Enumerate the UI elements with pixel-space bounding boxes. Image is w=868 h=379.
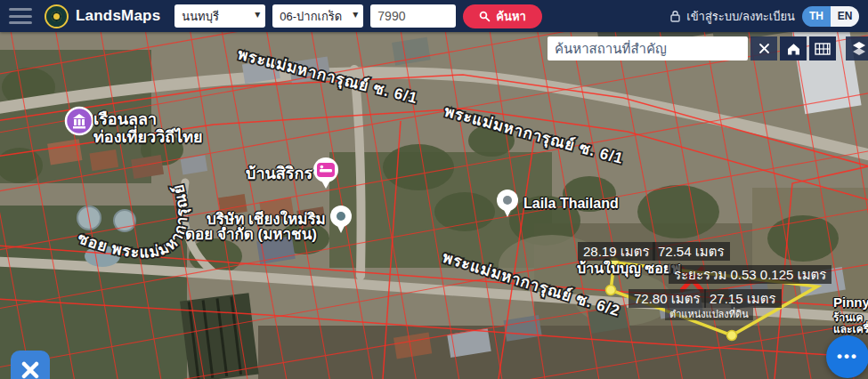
- layers-icon: [851, 41, 867, 56]
- grid-button[interactable]: [809, 36, 836, 60]
- poi-label-laila: Laila Thailand: [523, 196, 619, 212]
- app-header: LandsMaps นนทบุรี 06-ปากเกร็ด ค้นหา: [0, 0, 868, 32]
- menu-icon[interactable]: [9, 8, 32, 24]
- place-dot-icon: [503, 196, 512, 205]
- map-toolbar: [548, 36, 868, 60]
- measurement-label-top1: 28.19 เมตร: [578, 242, 655, 261]
- login-link[interactable]: เข้าสู่ระบบ/ลงทะเบียน: [669, 7, 795, 26]
- clear-search-button[interactable]: [750, 36, 777, 60]
- app-logo: [45, 4, 69, 28]
- poi-label-ruen-lala-2: ท่องเที่ยววิถีไทย: [93, 124, 203, 149]
- measurement-label-bottom1: 72.80 เมตร: [629, 289, 706, 308]
- layers-button[interactable]: [846, 36, 868, 60]
- district-select[interactable]: 06-ปากเกร็ด: [272, 4, 363, 28]
- parcel-location-label: ตำแหน่งแปลงที่ดิน: [665, 308, 753, 320]
- more-actions-fab[interactable]: •••: [826, 335, 868, 378]
- parcel-vertex-dot: [727, 331, 737, 341]
- province-select[interactable]: นนทบุรี: [174, 4, 265, 28]
- place-dot-icon: [337, 212, 345, 221]
- parcel-vertex-dot: [606, 286, 616, 295]
- lang-en-button[interactable]: EN: [831, 6, 859, 27]
- home-button[interactable]: [780, 36, 807, 60]
- more-dots: •••: [837, 348, 858, 366]
- poi-pin-museum[interactable]: [64, 106, 94, 140]
- search-icon: [479, 11, 491, 22]
- map-search-input[interactable]: [548, 36, 748, 60]
- province-select-wrap: นนทบุรี: [174, 4, 265, 28]
- close-icon: [758, 43, 770, 54]
- poi-label-baan-sirikorn: บ้านสิริกร: [246, 160, 312, 186]
- map-canvas[interactable]: พระแม่มหาการุณย์ ซ. 6/1 พระแม่มหาการุณย์…: [0, 32, 868, 379]
- grid-icon: [815, 43, 831, 55]
- lang-th-button[interactable]: TH: [802, 6, 831, 27]
- poi-pin-laila[interactable]: [495, 189, 520, 222]
- landsmaps-app: LandsMaps นนทบุรี 06-ปากเกร็ด ค้นหา: [0, 0, 868, 379]
- measurement-label-top2: 72.54 เมตร: [653, 242, 730, 261]
- login-label: เข้าสู่ระบบ/ลงทะเบียน: [686, 7, 795, 26]
- app-title: LandsMaps: [76, 7, 160, 25]
- header-right: เข้าสู่ระบบ/ลงทะเบียน TH EN: [669, 6, 859, 27]
- measure-tools-button[interactable]: [11, 351, 50, 379]
- poi-pin-lodging[interactable]: [312, 157, 340, 194]
- parcel-number-input[interactable]: [370, 4, 456, 28]
- home-icon: [786, 42, 801, 56]
- measurement-label-total: ระยะรวม 0.53 0.125 เมตร: [669, 265, 831, 284]
- poi-label-pinny-1: Pinny: [833, 294, 868, 310]
- search-button[interactable]: ค้นหา: [463, 4, 541, 28]
- poi-label-company-2: ดอย จำกัด (มหาชน): [185, 222, 317, 246]
- measurement-label-bottom2: 27.15 เมตร: [704, 289, 782, 308]
- poi-pin-company[interactable]: [329, 205, 353, 238]
- lock-icon: [669, 10, 681, 22]
- district-select-wrap: 06-ปากเกร็ด: [272, 4, 363, 28]
- search-button-label: ค้นหา: [496, 7, 525, 26]
- logo-emblem: [52, 12, 61, 21]
- poi-label-pinny-3: และเครื่: [833, 320, 868, 337]
- satellite-basemap: พระแม่มหาการุณย์ ซ. 6/1 พระแม่มหาการุณย์…: [0, 32, 868, 379]
- language-toggle: TH EN: [802, 6, 859, 27]
- crossed-tools-icon: [20, 359, 41, 379]
